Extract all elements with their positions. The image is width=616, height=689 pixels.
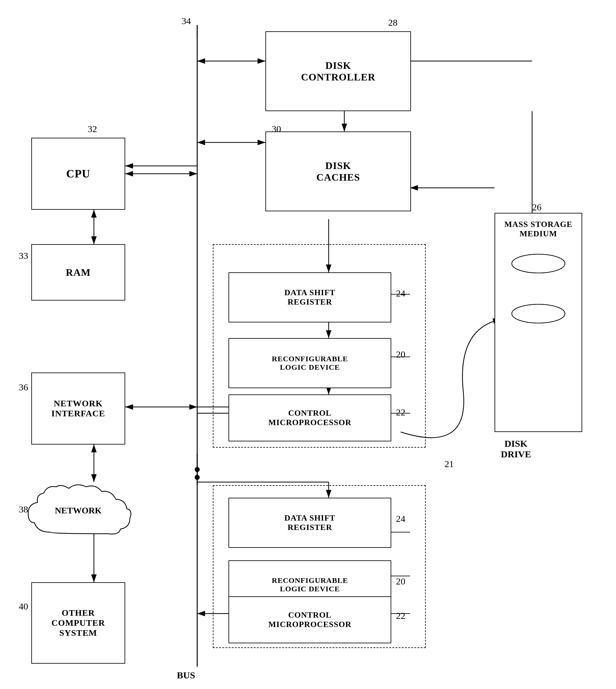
number-26: 26 [532,202,542,213]
number-22-2: 22 [396,610,405,621]
diagram: 34 BUS DISKCONTROLLER 28 DISKCACHES 30 C… [0,0,616,689]
number-20-2: 20 [396,576,405,587]
number-38: 38 [19,504,28,515]
bus-label: BUS [177,670,195,681]
disk-caches-box: DISKCACHES [265,132,411,211]
svg-point-19 [195,475,200,480]
number-40: 40 [19,601,28,612]
other-computer-box: OTHERCOMPUTERSYSTEM [31,582,125,664]
control-micro-2-box: CONTROLMICROPROCESSOR [228,596,391,643]
number-34: 34 [181,16,191,26]
number-24-2: 24 [396,513,405,524]
number-28: 28 [388,17,397,28]
number-21: 21 [444,459,454,469]
data-shift-reg-1-box: DATA SHIFTREGISTER [228,272,391,323]
number-30: 30 [272,124,281,134]
svg-point-42 [512,304,565,323]
data-shift-reg-2-box: DATA SHIFTREGISTER [228,498,391,548]
network-interface-box: NETWORKINTERFACE [31,373,125,445]
network-cloud: NETWORK [25,482,131,545]
disk-drive-label: DISKDRIVE [501,438,531,460]
ram-box: RAM [31,244,125,301]
number-32: 32 [88,124,97,134]
number-36: 36 [19,382,28,393]
cpu-box: CPU [31,138,125,210]
number-24-1: 24 [396,288,405,298]
reconfigurable-logic-1-box: RECONFIGURABLELOGIC DEVICE [228,338,391,388]
number-20-1: 20 [396,349,405,360]
disk-controller-box: DISKCONTROLLER [265,31,411,111]
number-33: 33 [19,250,28,261]
svg-point-40 [512,254,565,273]
control-micro-1-box: CONTROLMICROPROCESSOR [228,395,391,441]
number-22-1: 22 [396,407,405,418]
svg-point-18 [195,467,200,472]
svg-text:NETWORK: NETWORK [55,506,102,515]
mass-storage-box: MASS STORAGEMEDIUM [494,213,582,432]
